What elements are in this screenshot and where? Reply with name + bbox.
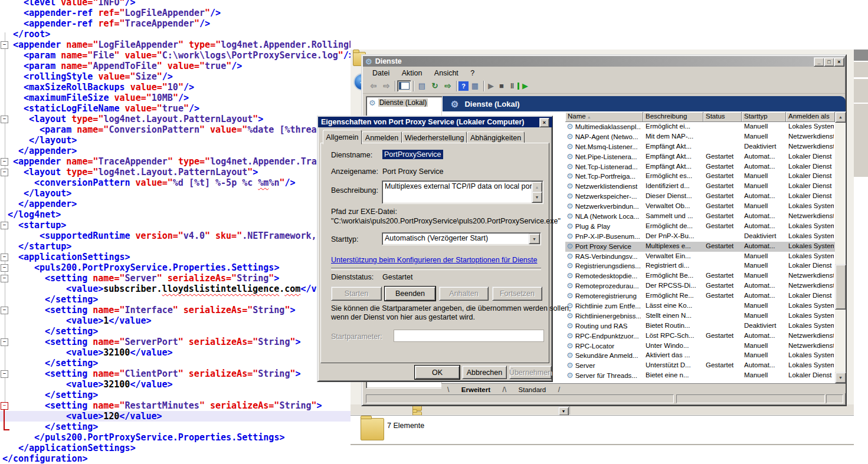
dialog-close-button[interactable]: × [539,118,549,127]
start-button[interactable]: Starten [331,287,382,301]
background-window-segment [854,62,868,77]
export-list-icon[interactable]: ⇨ [441,80,454,92]
table-row[interactable]: ⚙RPC-Endpunktzuor...Löst RPC-Sch...Gesta… [565,331,835,341]
fold-toggle-icon[interactable]: − [1,169,8,176]
minimize-button[interactable]: _ [814,57,824,67]
cancel-button[interactable]: Abbrechen [462,366,507,379]
fold-toggle-icon[interactable]: − [1,254,8,261]
help-icon[interactable]: ? [458,81,469,91]
maximize-button[interactable]: □ [824,57,834,67]
table-row[interactable]: ⚙RAS-Verbindungsv...Verwaltet Ein...Manu… [565,252,835,262]
cell: Automat... [744,282,785,289]
table-row[interactable]: ⚙Richtlinie zum Entfe...Lässt eine Ko...… [565,301,835,311]
fold-toggle-icon[interactable]: − [1,370,8,378]
code-line: <maximumFileSize value="10MB"/> [0,93,351,103]
cell: ⚙Routing und RAS [566,322,641,330]
explorer-combo-dropdown-button[interactable]: ▼ [558,407,569,416]
table-row[interactable]: ⚙Net.Tcp-Portfreiga...Ermöglicht es...Ge… [565,172,835,182]
fold-toggle-icon[interactable]: − [1,158,8,166]
table-row[interactable]: ⚙RemoteregistrierungErmöglicht Re...Gest… [565,291,835,301]
menu-aktion[interactable]: Aktion [397,68,427,78]
table-row[interactable]: ⚙ServerUnterstützt D...GestartetAutomat.… [565,361,835,371]
column-header-status[interactable]: Status [703,112,742,122]
table-row[interactable]: ⚙NLA (Network Loca...Sammelt und ...Gest… [565,212,835,222]
properties-icon[interactable]: ▤ [415,80,428,92]
service-name-value[interactable]: PortProxyService [382,150,443,159]
table-row[interactable]: ⚙Remoteprozedurau...Der RPCSS-Di...Gesta… [565,281,835,291]
column-header-name[interactable]: Name ▲ [565,112,643,122]
fold-toggle-icon[interactable]: − [1,41,8,49]
taskpad-icon[interactable]: ▦ [469,80,482,92]
startup-options-help-link[interactable]: Unterstützung beim Konfigurieren der Sta… [331,256,538,264]
resume-button[interactable]: Fortsetzen [492,287,542,301]
table-row[interactable]: ⚙Net.Pipe-Listenera...Empfängt Akt...Ges… [565,152,835,162]
service-gear-icon: ⚙ [566,262,574,269]
fold-scope-line-end [4,429,9,430]
menu-datei[interactable]: Datei [368,68,394,78]
stop-button[interactable]: Beenden [385,287,435,301]
scrollbar-thumb[interactable] [835,264,846,310]
description-scroll-down[interactable]: ▼ [532,192,542,203]
scroll-up-button[interactable]: ▲ [835,111,846,123]
table-row[interactable]: ⚙Registrierungsdiens...Registriert di...… [565,261,835,271]
table-row[interactable]: ⚙Netzwerkspeicher-...Dieser Dienst...Ges… [565,192,835,202]
menu-help[interactable]: ? [466,68,479,78]
starttype-combobox[interactable]: Automatisch (Verzögerter Start) ▼ [382,232,541,245]
table-row-selected[interactable]: ⚙Port Proxy ServiceMultiplexes e...Gesta… [565,242,835,252]
table-row[interactable]: ⚙Net.Msmq-Listener...Empfängt Akt...Deak… [565,142,835,152]
code-line: </setting> [0,390,351,400]
show-console-tree-icon[interactable] [397,80,411,92]
refresh-icon[interactable]: ↻ [428,80,441,92]
cell: Netzwerkdienst [788,332,834,339]
back-icon[interactable]: ⇦ [367,80,380,92]
cell: Manuell [744,182,785,189]
xml-code-editor[interactable]: <level value="INFO"/><appender-ref ref="… [0,0,351,464]
pause-service-icon[interactable]: ‖ [507,80,517,92]
tab-allgemein[interactable]: Allgemein [323,130,362,144]
gear-icon: ⚙ [369,99,376,107]
cell: Lokales System [788,252,834,259]
table-row[interactable]: ⚙Remotedesktopdie...Ermöglicht Be...Gest… [565,271,835,281]
table-row[interactable]: ⚙Netzwerkverbindun...Verwaltet Ob...Gest… [565,202,835,212]
starttype-dropdown-button[interactable]: ▼ [529,233,540,244]
forward-icon[interactable]: ⇨ [380,80,393,92]
table-row[interactable]: ⚙PnP-X-IP-Busenum...Der PnP-X-Bu...Deakt… [565,232,835,242]
column-header-beschreibung[interactable]: Beschreibung [643,112,703,122]
fold-toggle-icon[interactable]: − [1,275,8,282]
table-row[interactable]: ⚙Routing und RASBietet Routin...Deaktivi… [565,321,835,331]
table-row[interactable]: ⚙Server für Threads...Bietet eine n...Ma… [565,371,835,381]
stop-service-icon[interactable]: ■ [496,80,507,92]
fold-toggle-icon[interactable]: − [1,222,8,229]
fold-toggle-icon[interactable]: − [1,307,8,314]
ok-button[interactable]: OK [415,366,460,379]
code-line: <setting name="Interface" serializeAs="S… [0,305,351,315]
view-tab-erweitert[interactable]: Erweitert [452,386,500,393]
table-row[interactable]: ⚙Multimediaklassenpl...Ermöglicht ei...M… [565,122,835,132]
fold-toggle-icon[interactable]: − [1,338,8,346]
start-service-icon[interactable]: ▶ [486,80,496,92]
table-row[interactable]: ⚙Richtlinienergebniss...Stellt einen N..… [565,311,835,321]
description-textarea[interactable]: Multiplexes external TCP/IP data on loca… [382,180,543,204]
table-row[interactable]: ⚙Sekundäre Anmeld...Aktiviert das ...Man… [565,351,835,361]
start-params-input[interactable] [394,330,544,342]
separator [331,268,541,270]
restart-service-icon[interactable]: ▶ [517,83,531,90]
column-header-starttyp[interactable]: Starttyp [742,112,786,122]
table-row[interactable]: ⚙RPC-LocatorUnter Windo...ManuellNetzwer… [565,341,835,351]
menu-ansicht[interactable]: Ansicht [430,68,463,78]
services-scrollbar[interactable]: ▲ ▼ [835,111,845,382]
close-button[interactable]: × [834,57,844,67]
service-gear-icon: ⚙ [566,252,574,260]
table-row[interactable]: ⚙Net.Tcp-Listenerad...Empfängt Akt...Ges… [565,162,835,172]
pause-button[interactable]: Anhalten [439,287,489,301]
table-row[interactable]: ⚙Plug & PlayErmöglicht de...GestartetAut… [565,222,835,232]
fold-toggle-icon[interactable]: − [1,116,8,123]
apply-button[interactable]: Übernehmen [509,366,552,379]
view-tab-standard[interactable]: Standard [509,386,556,393]
column-header-anmelden-als[interactable]: Anmelden als [786,112,835,122]
fold-toggle-icon[interactable]: − [1,264,8,272]
tree-node-dienste-lokal[interactable]: ⚙ Dienste (Lokal) [369,98,442,107]
scroll-down-button[interactable]: ▼ [835,372,846,383]
table-row[interactable]: ⚙NAP-Agent (Netwo...Mit dem NAP-...Manue… [565,132,835,142]
table-row[interactable]: ⚙NetzwerklistendienstIdentifiziert d...G… [565,182,835,192]
